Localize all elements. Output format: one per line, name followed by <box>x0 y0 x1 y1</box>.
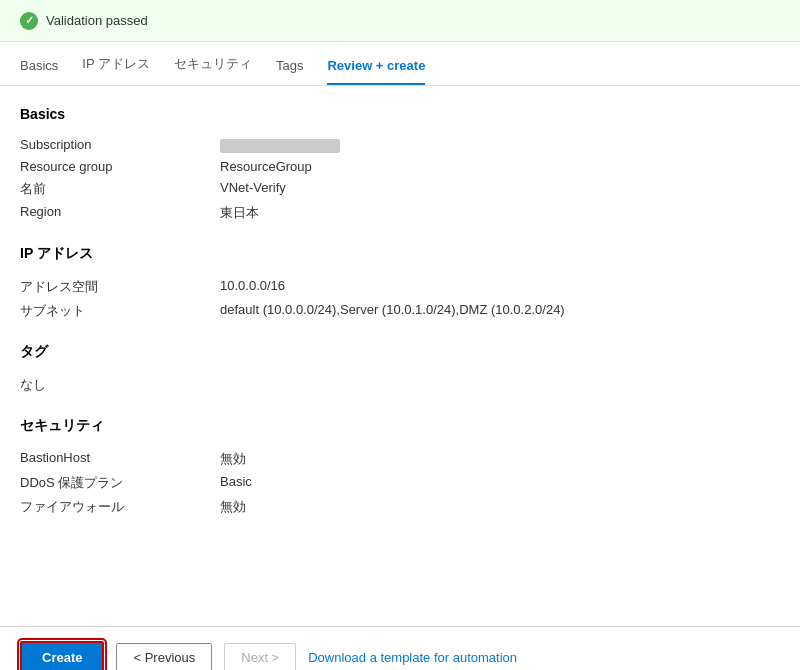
field-label: サブネット <box>20 299 220 323</box>
ip-table: アドレス空間 10.0.0.0/16 サブネット default (10.0.0… <box>20 275 780 323</box>
footer-bar: Create < Previous Next > Download a temp… <box>0 626 800 670</box>
field-value-subscription <box>220 134 780 156</box>
tab-basics[interactable]: Basics <box>20 58 58 85</box>
download-template-link[interactable]: Download a template for automation <box>308 650 517 665</box>
field-label: Subscription <box>20 134 220 156</box>
tab-review-create[interactable]: Review + create <box>327 58 425 85</box>
table-row: Region 東日本 <box>20 201 780 225</box>
field-label: DDoS 保護プラン <box>20 471 220 495</box>
table-row: 名前 VNet-Verify <box>20 177 780 201</box>
ip-section-title: IP アドレス <box>20 245 780 263</box>
table-row: アドレス空間 10.0.0.0/16 <box>20 275 780 299</box>
tab-ip-address[interactable]: IP アドレス <box>82 55 150 85</box>
table-row: なし <box>20 373 780 397</box>
create-button[interactable]: Create <box>20 641 104 670</box>
basics-section-title: Basics <box>20 106 780 122</box>
field-value-ddos: Basic <box>220 471 780 495</box>
security-table: BastionHost 無効 DDoS 保護プラン Basic ファイアウォール… <box>20 447 780 519</box>
field-value-rg: ResourceGroup <box>220 156 780 177</box>
field-label: Region <box>20 201 220 225</box>
field-label: BastionHost <box>20 447 220 471</box>
field-label: 名前 <box>20 177 220 201</box>
field-value-region: 東日本 <box>220 201 780 225</box>
validation-check-icon <box>20 12 38 30</box>
field-value-name: VNet-Verify <box>220 177 780 201</box>
field-value-subnet: default (10.0.0.0/24),Server (10.0.1.0/2… <box>220 299 780 323</box>
field-value-tags <box>220 373 780 397</box>
table-row: Subscription <box>20 134 780 156</box>
field-label: アドレス空間 <box>20 275 220 299</box>
validation-message: Validation passed <box>46 13 148 28</box>
table-row: BastionHost 無効 <box>20 447 780 471</box>
tags-section-title: タグ <box>20 343 780 361</box>
field-value-firewall: 無効 <box>220 495 780 519</box>
table-row: Resource group ResourceGroup <box>20 156 780 177</box>
table-row: DDoS 保護プラン Basic <box>20 471 780 495</box>
field-value-address-space: 10.0.0.0/16 <box>220 275 780 299</box>
field-label-tags-none: なし <box>20 373 220 397</box>
security-section-title: セキュリティ <box>20 417 780 435</box>
tags-table: なし <box>20 373 780 397</box>
tabs-bar: Basics IP アドレス セキュリティ Tags Review + crea… <box>0 42 800 86</box>
blurred-subscription <box>220 139 340 153</box>
field-value-bastion: 無効 <box>220 447 780 471</box>
field-label: ファイアウォール <box>20 495 220 519</box>
tab-tags[interactable]: Tags <box>276 58 303 85</box>
basics-table: Subscription Resource group ResourceGrou… <box>20 134 780 225</box>
next-button[interactable]: Next > <box>224 643 296 670</box>
main-content: Basics Subscription Resource group Resou… <box>0 86 800 626</box>
previous-button[interactable]: < Previous <box>116 643 212 670</box>
field-label: Resource group <box>20 156 220 177</box>
tab-security[interactable]: セキュリティ <box>174 55 252 85</box>
validation-banner: Validation passed <box>0 0 800 42</box>
table-row: ファイアウォール 無効 <box>20 495 780 519</box>
table-row: サブネット default (10.0.0.0/24),Server (10.0… <box>20 299 780 323</box>
